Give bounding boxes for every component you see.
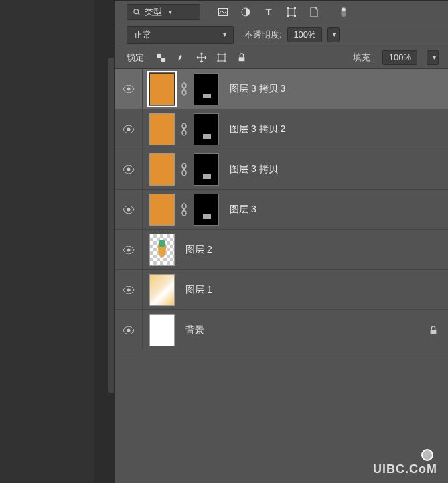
filter-label: 类型 — [145, 6, 162, 18]
layer-name[interactable]: 图层 1 — [185, 284, 439, 296]
search-icon — [133, 8, 141, 16]
visibility-toggle[interactable] — [115, 149, 143, 189]
svg-rect-4 — [288, 9, 295, 15]
blend-mode-value: 正常 — [134, 29, 151, 41]
opacity-text: 100% — [293, 29, 315, 40]
svg-rect-8 — [294, 15, 296, 17]
layer-name[interactable]: 图层 3 — [230, 204, 439, 216]
layer-thumbnail[interactable] — [149, 274, 175, 306]
layers-list: 图层 3 拷贝 3图层 3 拷贝 2图层 3 拷贝图层 3图层 2图层 1背景 — [115, 69, 448, 483]
svg-rect-6 — [294, 7, 296, 9]
svg-rect-11 — [157, 53, 161, 57]
svg-point-37 — [127, 208, 130, 211]
lock-row: 锁定: 填充: 100% ▾ — [115, 46, 448, 69]
layer-thumbnail[interactable] — [149, 113, 175, 145]
layer-thumbnail[interactable] — [149, 234, 175, 266]
blend-row: 正常 ▾ 不透明度: 100% ▾ — [115, 23, 448, 46]
lock-all-icon[interactable] — [236, 52, 247, 63]
link-icon[interactable] — [179, 202, 190, 218]
svg-rect-14 — [157, 58, 161, 62]
lock-label: 锁定: — [127, 52, 147, 64]
layers-panel: 类型 ▾ T 正常 ▾ 不透明度: — [114, 0, 448, 483]
svg-rect-15 — [218, 54, 225, 61]
layer-row[interactable]: 图层 2 — [115, 230, 448, 270]
shape-filter-icon[interactable] — [286, 7, 297, 17]
layer-name[interactable]: 图层 3 拷贝 3 — [230, 83, 439, 95]
eye-icon — [123, 125, 135, 133]
fill-label: 填充: — [353, 52, 373, 64]
lock-icon[interactable] — [428, 325, 439, 336]
svg-rect-13 — [161, 53, 165, 57]
fill-value[interactable]: 100% — [382, 50, 417, 65]
watermark: UiBC.CoM — [373, 449, 437, 476]
layer-thumbnail[interactable] — [149, 314, 175, 346]
layer-name[interactable]: 图层 3 拷贝 2 — [230, 123, 439, 135]
layer-row[interactable]: 图层 3 拷贝 2 — [115, 109, 448, 149]
layer-name[interactable]: 图层 3 拷贝 — [230, 163, 439, 176]
lock-image-icon[interactable] — [176, 52, 187, 63]
layer-mask-thumbnail[interactable] — [194, 153, 219, 186]
visibility-toggle[interactable] — [115, 69, 143, 109]
visibility-toggle[interactable] — [115, 270, 143, 309]
link-icon[interactable] — [179, 81, 190, 97]
svg-rect-7 — [287, 15, 289, 17]
svg-point-43 — [127, 328, 130, 332]
layer-thumbnail[interactable] — [149, 73, 175, 105]
layer-name[interactable]: 图层 2 — [185, 244, 439, 256]
eye-icon — [123, 85, 135, 93]
layer-mask-thumbnail[interactable] — [194, 113, 219, 145]
layer-mask-thumbnail[interactable] — [194, 194, 219, 226]
visibility-toggle[interactable] — [115, 310, 143, 350]
chevron-down-icon: ▾ — [333, 31, 336, 38]
visibility-toggle[interactable] — [115, 230, 143, 269]
layer-row[interactable]: 图层 3 — [115, 190, 448, 230]
adjust-filter-icon[interactable] — [240, 7, 251, 17]
visibility-toggle[interactable] — [115, 190, 143, 229]
svg-point-41 — [127, 248, 130, 251]
layer-thumbnail[interactable] — [149, 194, 175, 226]
filter-toggle-icon[interactable] — [338, 7, 349, 17]
svg-rect-12 — [161, 58, 165, 62]
eye-icon — [123, 326, 135, 334]
opacity-value[interactable]: 100% — [287, 27, 322, 42]
svg-point-42 — [127, 288, 130, 291]
svg-point-0 — [134, 9, 139, 13]
visibility-toggle[interactable] — [115, 109, 143, 149]
svg-point-33 — [127, 167, 130, 171]
chevron-down-icon: ▾ — [223, 31, 226, 38]
svg-rect-24 — [238, 57, 244, 61]
watermark-main: UiBC.CoM — [373, 462, 437, 476]
svg-rect-5 — [287, 7, 289, 9]
smart-filter-icon[interactable] — [309, 7, 319, 17]
layer-row[interactable]: 背景 — [115, 310, 448, 350]
type-filter-icon[interactable]: T — [263, 7, 274, 17]
layer-mask-thumbnail[interactable] — [194, 73, 219, 105]
svg-rect-44 — [431, 330, 437, 334]
layer-row[interactable]: 图层 3 拷贝 3 — [115, 69, 448, 109]
blend-mode-dropdown[interactable]: 正常 ▾ — [127, 26, 234, 44]
eye-icon — [123, 286, 135, 294]
lock-position-icon[interactable] — [196, 52, 207, 63]
link-icon[interactable] — [179, 161, 190, 178]
layer-name[interactable]: 背景 — [185, 324, 428, 336]
filter-row: 类型 ▾ T — [115, 1, 448, 23]
fill-stepper[interactable]: ▾ — [427, 50, 439, 65]
fill-text: 100% — [389, 52, 411, 62]
chevron-down-icon: ▾ — [169, 8, 172, 15]
layer-row[interactable]: 图层 3 拷贝 — [115, 149, 448, 190]
svg-point-29 — [127, 127, 130, 131]
link-icon[interactable] — [179, 121, 190, 137]
eye-icon — [123, 165, 135, 174]
eye-icon — [123, 206, 135, 214]
layer-thumbnail[interactable] — [149, 153, 175, 186]
chevron-down-icon: ▾ — [433, 54, 436, 61]
canvas-area — [0, 0, 114, 483]
lock-artboard-icon[interactable] — [216, 52, 227, 63]
opacity-stepper[interactable]: ▾ — [327, 27, 340, 42]
svg-line-1 — [138, 13, 140, 15]
layer-filter-type[interactable]: 类型 ▾ — [127, 4, 200, 20]
layer-row[interactable]: 图层 1 — [115, 270, 448, 310]
lock-transparency-icon[interactable] — [156, 52, 167, 63]
image-filter-icon[interactable] — [218, 7, 228, 17]
eye-icon — [123, 246, 135, 254]
